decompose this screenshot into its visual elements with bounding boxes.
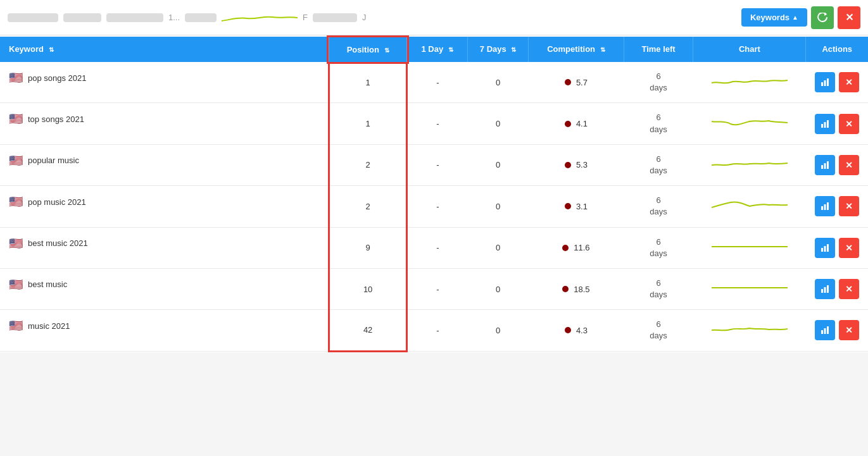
svg-rect-12 [821,248,823,252]
sevendays-cell: 0 [468,186,529,227]
table-row: 🇺🇸 pop music 2021 2 - 0 3.1 6 days [0,186,868,227]
col-time-left: Time left [624,37,693,63]
competition-value: 5.3 [576,160,588,169]
col-position[interactable]: Position ⇅ [329,37,406,63]
remove-button[interactable]: ✕ [839,114,859,134]
keyword-cell: 🇺🇸 top songs 2021 [0,103,328,135]
svg-rect-2 [827,78,829,86]
keywords-button[interactable]: Keywords ▲ [741,8,807,27]
remove-icon: ✕ [845,243,853,253]
remove-button[interactable]: ✕ [839,320,859,340]
actions-cell: ✕ [806,62,868,103]
timeleft-cell: 6 days [624,186,693,227]
close-icon: ✕ [845,11,853,23]
table-row: 🇺🇸 top songs 2021 1 - 0 4.1 6 days [0,103,868,144]
flag-icon: 🇺🇸 [9,71,23,85]
close-button[interactable]: ✕ [838,6,860,29]
competition-cell: 5.3 [529,144,624,185]
col-one-day[interactable]: 1 Day ⇅ [407,37,468,63]
timeleft-cell: 6 days [624,103,693,144]
svg-rect-7 [824,163,826,169]
keyword-cell: 🇺🇸 music 2021 [0,310,328,342]
keyword-cell: 🇺🇸 pop songs 2021 [0,62,328,94]
chart-svg [712,280,788,298]
actions-cell: ✕ [806,310,868,351]
competition-value: 18.5 [574,285,589,294]
col-chart: Chart [693,37,806,63]
topbar-blurred-2 [63,13,101,22]
keyword-cell: 🇺🇸 best music [0,269,328,300]
actions-cell: ✕ [806,103,868,144]
timeleft-unit: days [632,330,684,342]
view-chart-button[interactable] [815,238,835,258]
timeleft-unit: days [632,289,684,300]
timeleft-num: 6 [632,278,684,289]
keyword-text: pop songs 2021 [28,73,87,83]
keyword-text: top songs 2021 [28,114,84,124]
actions-cell: ✕ [806,144,868,185]
remove-button[interactable]: ✕ [839,155,859,175]
view-chart-button[interactable] [815,72,835,92]
topbar-blurred-fj [313,13,357,22]
sort-oneday-icon: ⇅ [448,46,453,53]
competition-dot [565,203,571,209]
svg-rect-14 [827,244,829,252]
view-chart-button[interactable] [815,279,835,299]
competition-dot [565,121,571,127]
competition-cell: 4.3 [529,310,624,351]
svg-rect-1 [824,80,826,86]
remove-icon: ✕ [845,119,853,129]
svg-rect-6 [821,165,823,169]
refresh-button[interactable] [811,6,834,29]
keyword-text: best music [28,280,67,289]
competition-dot [562,286,569,292]
chart-cell [693,62,806,103]
topbar-ellipsis: 1... [168,13,180,22]
remove-button[interactable]: ✕ [839,72,859,92]
keyword-cell: 🇺🇸 best music 2021 [0,228,328,259]
remove-button[interactable]: ✕ [839,196,859,216]
keyword-text: popular music [28,156,79,165]
chart-cell [693,103,806,144]
view-chart-button[interactable] [815,320,835,340]
position-cell: 42 [329,310,406,351]
flag-icon: 🇺🇸 [9,319,23,333]
sevendays-cell: 0 [468,268,529,309]
timeleft-unit: days [632,206,684,218]
timeleft-unit: days [632,124,684,135]
flag-icon: 🇺🇸 [9,278,23,292]
timeleft-num: 6 [632,112,684,123]
keyword-text: best music 2021 [28,238,88,248]
timeleft-num: 6 [632,71,684,82]
competition-cell: 11.6 [529,227,624,268]
svg-rect-4 [824,122,826,128]
flag-icon: 🇺🇸 [9,237,23,250]
remove-button[interactable]: ✕ [839,279,859,299]
sevendays-cell: 0 [468,103,529,144]
oneday-cell: - [407,227,468,268]
remove-icon: ✕ [845,201,853,211]
bar-chart-icon [821,161,829,169]
bar-chart-icon [821,285,829,293]
oneday-cell: - [407,310,468,351]
col-keyword[interactable]: Keyword ⇅ [0,37,329,63]
view-chart-button[interactable] [815,155,835,175]
svg-rect-18 [821,330,823,334]
svg-rect-16 [824,287,826,293]
sevendays-cell: 0 [468,310,529,351]
table-row: 🇺🇸 music 2021 42 - 0 4.3 6 days [0,310,868,351]
refresh-icon [817,13,827,23]
table-body: 🇺🇸 pop songs 2021 1 - 0 5.7 6 days [0,62,868,351]
bar-chart-icon [821,202,829,211]
chart-svg [712,73,788,91]
view-chart-button[interactable] [815,196,835,216]
col-seven-days[interactable]: 7 Days ⇅ [468,37,529,63]
sort-keyword-icon: ⇅ [49,46,54,53]
remove-button[interactable]: ✕ [839,238,859,258]
position-cell: 1 [329,62,406,103]
view-chart-button[interactable] [815,114,835,134]
timeleft-cell: 6 days [624,144,693,185]
col-competition[interactable]: Competition ⇅ [529,37,624,63]
oneday-cell: - [407,268,468,309]
bar-chart-icon [821,243,829,252]
